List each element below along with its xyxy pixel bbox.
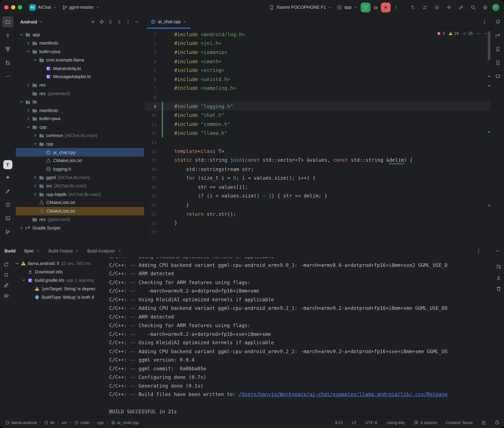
app-quality-insights-tool-button[interactable] <box>492 71 503 82</box>
device-manager-tool-button[interactable] <box>492 44 503 55</box>
code-line-8[interactable]: 8 <box>144 93 491 102</box>
breadcrumb-ai-chat-cpp[interactable]: Cai_chat.cpp <box>111 420 139 425</box>
chevron-right-icon[interactable] <box>26 41 31 46</box>
code-line-18[interactable]: 18 str << values[i]; <box>144 182 491 191</box>
chevron-right-icon[interactable] <box>33 175 38 180</box>
tree-item-common-12[interactable]: common[AiChat.lib.main] <box>16 131 144 140</box>
tree-item-res-7[interactable]: res(generated) <box>16 89 144 98</box>
code-line-15[interactable]: 15static std::string join(const std::vec… <box>144 156 491 165</box>
tree-item-jvmtarget-string-is-deprec-3[interactable]: 'jvmTarget: String' is deprec <box>12 284 105 293</box>
chevron-right-icon[interactable] <box>26 82 31 88</box>
tree-item-llama-android-fi-0[interactable]: llama.android: fi22 sec, 583 ms <box>12 259 105 268</box>
code-line-9[interactable]: 9#include "logging.h" <box>144 102 491 111</box>
diff-button[interactable] <box>420 3 429 12</box>
chevron-right-icon[interactable] <box>19 225 24 230</box>
chevron-down-icon[interactable] <box>26 49 31 54</box>
code-line-14[interactable]: 14template<class T> <box>144 147 491 156</box>
build-tool-button[interactable] <box>2 185 13 197</box>
code-line-22[interactable]: 22} <box>144 219 491 227</box>
status-indent[interactable]: 4 spaces <box>413 420 437 425</box>
settings-button[interactable] <box>481 3 490 12</box>
project-tool-button[interactable] <box>2 16 13 27</box>
tree-item-gradle-scripts-23[interactable]: Gradle Scripts <box>16 224 144 232</box>
build-tab-sync[interactable]: Sync <box>24 248 40 254</box>
device-selector[interactable]: Xiaomi POCOPHONE F1 <box>267 3 334 11</box>
chevron-down-icon[interactable] <box>21 278 26 283</box>
notifications-tool-button[interactable] <box>492 16 503 27</box>
build-console[interactable]: C/C++: -- Using KleidiAI optimized kerne… <box>106 257 504 417</box>
stop-button[interactable] <box>381 2 391 12</box>
status-inspections-status[interactable] <box>495 420 500 425</box>
tree-item-res-22[interactable]: res(generated) <box>16 215 144 224</box>
code-line-4[interactable]: 4#include <cmath> <box>144 57 491 66</box>
chevron-down-icon[interactable] <box>33 57 38 63</box>
editor-tab-ai-chat-cpp[interactable]: C ai_chat.cpp <box>147 15 190 28</box>
code-line-16[interactable]: 16 std::ostringstream str; <box>144 165 491 173</box>
tree-item-kotlin-java-10[interactable]: kotlin+java <box>16 115 144 123</box>
problems-tool-button[interactable] <box>2 199 13 210</box>
code-line-2[interactable]: 2#include <jni.h> <box>144 39 491 48</box>
chevron-right-icon[interactable] <box>33 192 38 197</box>
commit-tool-button[interactable] <box>2 30 13 41</box>
code-line-12[interactable]: 12#include "llama.h" <box>144 129 491 138</box>
text-tool-tool-button[interactable]: T <box>3 160 12 169</box>
tree-item-cpp-13[interactable]: cpp <box>16 140 144 148</box>
close-tab-icon[interactable] <box>118 249 121 253</box>
more-tool-windows-tool-button[interactable] <box>2 71 13 82</box>
editor-options-icon[interactable] <box>482 19 487 24</box>
code-line-11[interactable]: 11#include "common.h" <box>144 120 491 129</box>
breadcrumb-src[interactable]: src <box>61 420 67 425</box>
zoom-window-button[interactable] <box>18 5 22 9</box>
running-devices-tool-button[interactable] <box>492 57 503 68</box>
status-line-ending[interactable]: LF <box>352 420 357 425</box>
avatar-icon[interactable] <box>492 4 500 11</box>
code-line-13[interactable]: 13 <box>144 138 491 147</box>
chevron-down-icon[interactable] <box>14 261 19 266</box>
tree-item-download-info-1[interactable]: Download info <box>12 268 105 276</box>
close-window-button[interactable] <box>4 5 9 9</box>
add-button[interactable] <box>89 18 97 26</box>
minimize-window-button[interactable] <box>11 5 16 9</box>
select-opened-file-button[interactable] <box>98 18 106 26</box>
tree-item-cmakelists-txt-15[interactable]: CMakeLists.txt <box>16 156 144 165</box>
breadcrumb-cpp[interactable]: cpp <box>97 420 104 425</box>
preview-button[interactable] <box>2 292 10 300</box>
breadcrumb-lib[interactable]: lib <box>44 420 55 425</box>
code-line-7[interactable]: 7#include <sampling.h> <box>144 84 491 93</box>
chevron-down-icon[interactable] <box>33 141 38 147</box>
gradle-tool-button[interactable] <box>492 30 503 41</box>
tree-item-cpp-httplib-19[interactable]: cpp-httplib[AiChat.lib.main] <box>16 190 144 198</box>
tree-item-manifests-9[interactable]: manifests <box>16 106 144 115</box>
code-line-21[interactable]: 21 return str.str(); <box>144 209 491 218</box>
code-area[interactable]: 1#include <android/log.h>2#include <jni.… <box>144 29 491 244</box>
tree-item-res-6[interactable]: res <box>16 81 144 89</box>
run-button[interactable] <box>361 2 370 12</box>
chevron-down-icon[interactable] <box>19 32 24 37</box>
build-options-icon[interactable] <box>476 248 481 254</box>
breadcrumb-main[interactable]: main <box>74 420 90 425</box>
code-line-3[interactable]: 3#include <iomanip> <box>144 48 491 57</box>
re-sync-button[interactable] <box>2 261 10 269</box>
more-run-options-button[interactable] <box>391 3 401 12</box>
collapse-all-button[interactable] <box>115 18 123 26</box>
more-options-button[interactable] <box>124 18 132 26</box>
chevron-down-icon[interactable] <box>26 124 31 130</box>
tree-item-kotlin-java-2[interactable]: kotlin+java <box>16 48 144 56</box>
close-tab-icon[interactable] <box>183 20 187 24</box>
tree-item-messageadapter-kt-5[interactable]: MessageAdapter.kt <box>16 73 144 81</box>
structure-tool-button[interactable] <box>2 44 13 55</box>
status-lock[interactable] <box>481 420 486 425</box>
console-link[interactable]: /Users/hanyin/Workspace/ai-chat/examples… <box>239 392 447 397</box>
tree-item-cmakelists-txt-21[interactable]: CMakeLists.txt <box>16 207 144 215</box>
code-line-6[interactable]: 6#include <unistd.h> <box>144 75 491 84</box>
close-tab-icon[interactable] <box>75 249 79 253</box>
inspections-widget[interactable]: 3 24 15 <box>437 31 488 36</box>
chevron-right-icon[interactable] <box>33 183 38 188</box>
chevron-down-icon[interactable] <box>19 99 24 105</box>
breadcrumb-llama-android[interactable]: llama.android <box>5 420 37 425</box>
chevron-right-icon[interactable] <box>26 108 31 113</box>
tree-item-ggml-17[interactable]: ggml[AiChat.lib.main] <box>16 173 144 182</box>
next-problem-button[interactable] <box>484 32 488 35</box>
pin-button[interactable] <box>2 281 10 289</box>
editor-scrollbar[interactable] <box>488 31 490 60</box>
